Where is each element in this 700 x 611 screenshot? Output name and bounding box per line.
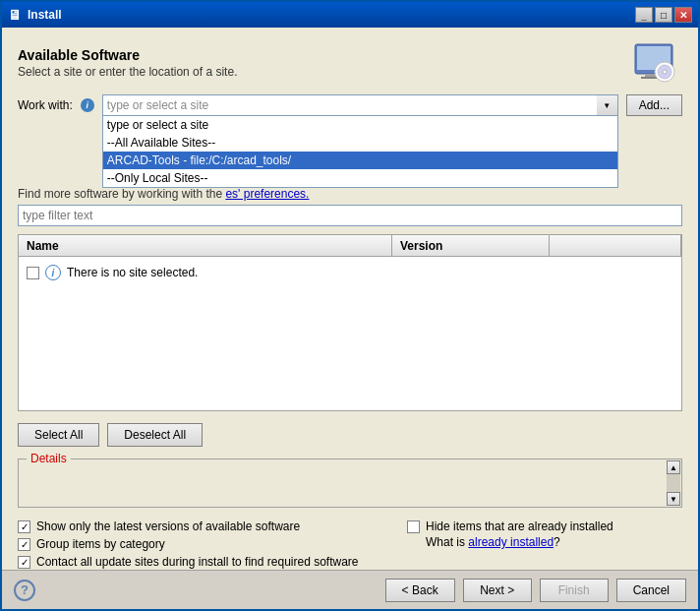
footer-buttons: < Back Next > Finish Cancel bbox=[385, 579, 686, 602]
what-is-text: What is bbox=[426, 535, 468, 549]
left-options: Show only the latest versions of availab… bbox=[18, 519, 407, 569]
title-bar-left: 🖥 Install bbox=[8, 7, 62, 23]
window-title-icon: 🖥 bbox=[8, 7, 22, 23]
group-items-checkbox[interactable] bbox=[18, 538, 30, 551]
dropdown-item-3[interactable]: --Only Local Sites-- bbox=[103, 169, 617, 187]
filter-input[interactable] bbox=[18, 205, 682, 226]
dropdown-list: type or select a site --All Available Si… bbox=[102, 116, 618, 188]
table-header: Name Version bbox=[19, 235, 681, 257]
filter-row bbox=[18, 205, 682, 226]
section-header: Available Software Select a site or ente… bbox=[18, 39, 682, 87]
what-is-row: What is already installed? bbox=[426, 535, 682, 549]
options-area: Show only the latest versions of availab… bbox=[18, 519, 682, 569]
dropdown-arrow-icon[interactable]: ▼ bbox=[597, 94, 618, 116]
buttons-row: Select All Deselect All bbox=[18, 423, 682, 447]
maximize-button[interactable]: □ bbox=[655, 7, 672, 23]
deselect-all-button[interactable]: Deselect All bbox=[107, 423, 203, 447]
minimize-button[interactable]: _ bbox=[635, 7, 653, 23]
contact-all-row: Contact all update sites during install … bbox=[18, 555, 407, 569]
contact-all-label: Contact all update sites during install … bbox=[36, 555, 359, 569]
contact-all-checkbox[interactable] bbox=[18, 556, 30, 569]
show-latest-label: Show only the latest versions of availab… bbox=[36, 519, 300, 533]
finish-button[interactable]: Finish bbox=[540, 579, 609, 602]
show-latest-row: Show only the latest versions of availab… bbox=[18, 519, 407, 533]
table-col-extra bbox=[550, 235, 681, 256]
dropdown-item-0[interactable]: type or select a site bbox=[103, 116, 617, 134]
show-latest-checkbox[interactable] bbox=[18, 520, 30, 533]
preferences-link[interactable]: es' preferences. bbox=[225, 187, 309, 201]
install-window: 🖥 Install _ □ ✕ Available Software Selec… bbox=[0, 0, 700, 611]
scroll-up-arrow[interactable]: ▲ bbox=[667, 460, 680, 474]
content-area: Available Software Select a site or ente… bbox=[2, 28, 698, 570]
software-icon bbox=[627, 40, 682, 86]
section-title: Available Software bbox=[18, 47, 237, 63]
hide-installed-row: Hide items that are already installed bbox=[407, 519, 682, 533]
no-site-message: There is no site selected. bbox=[67, 266, 198, 279]
details-scrollbar: ▲ ▼ bbox=[667, 460, 680, 506]
preferences-text: Find more software by working with the bbox=[18, 187, 225, 201]
right-options: Hide items that are already installed Wh… bbox=[407, 519, 682, 569]
software-table: Name Version i There is no site selected… bbox=[18, 234, 682, 411]
site-input[interactable] bbox=[102, 94, 618, 116]
hide-installed-label: Hide items that are already installed bbox=[426, 519, 613, 533]
already-installed-link[interactable]: already installed bbox=[468, 535, 554, 549]
footer: ? < Back Next > Finish Cancel bbox=[2, 570, 698, 609]
q-mark: ? bbox=[554, 535, 560, 549]
group-items-label: Group items by category bbox=[36, 537, 165, 551]
cancel-button[interactable]: Cancel bbox=[616, 579, 686, 602]
no-site-checkbox[interactable] bbox=[27, 267, 39, 279]
add-button[interactable]: Add... bbox=[626, 94, 682, 116]
details-section: Details ▲ ▼ bbox=[18, 458, 682, 508]
table-col-version: Version bbox=[392, 235, 550, 256]
scroll-down-arrow[interactable]: ▼ bbox=[667, 492, 680, 506]
details-label: Details bbox=[27, 452, 71, 465]
select-all-button[interactable]: Select All bbox=[18, 423, 99, 447]
work-with-label: Work with: bbox=[18, 98, 73, 112]
header-text: Available Software Select a site or ente… bbox=[18, 47, 237, 79]
section-subtitle: Select a site or enter the location of a… bbox=[18, 65, 237, 79]
help-icon[interactable]: ? bbox=[14, 580, 35, 601]
dropdown-item-1[interactable]: --All Available Sites-- bbox=[103, 134, 617, 152]
dropdown-item-2[interactable]: ARCAD-Tools - file:/C:/arcad_tools/ bbox=[103, 152, 617, 169]
svg-point-6 bbox=[663, 70, 667, 74]
preferences-row: Find more software by working with the e… bbox=[18, 187, 682, 201]
hide-installed-checkbox[interactable] bbox=[407, 520, 420, 533]
close-button[interactable]: ✕ bbox=[674, 7, 692, 23]
group-items-row: Group items by category bbox=[18, 537, 407, 551]
window-title: Install bbox=[28, 8, 62, 22]
no-site-info-icon: i bbox=[45, 265, 61, 280]
work-with-info-icon[interactable]: i bbox=[81, 98, 94, 112]
work-with-row: Work with: i ▼ type or select a site --A… bbox=[18, 94, 682, 116]
table-col-name: Name bbox=[19, 235, 392, 256]
back-button[interactable]: < Back bbox=[385, 579, 455, 602]
site-dropdown-container: ▼ type or select a site --All Available … bbox=[102, 94, 618, 116]
title-bar: 🖥 Install _ □ ✕ bbox=[2, 2, 698, 28]
next-button[interactable]: Next > bbox=[463, 579, 532, 602]
title-bar-buttons: _ □ ✕ bbox=[635, 7, 692, 23]
header-icon bbox=[627, 39, 682, 87]
no-site-row: i There is no site selected. bbox=[27, 265, 198, 280]
table-body: i There is no site selected. bbox=[19, 257, 681, 410]
